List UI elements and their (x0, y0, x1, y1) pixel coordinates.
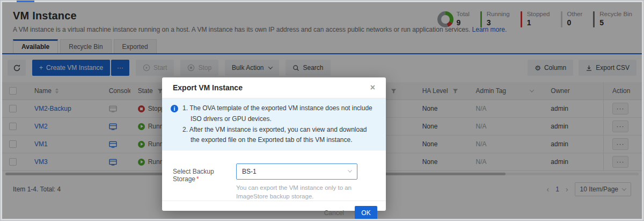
modal-info-box: i 1. The OVA template of the exported VM… (162, 98, 386, 151)
backup-storage-select[interactable]: BS-1 (236, 163, 357, 180)
top-accent-bar (17, 1, 34, 2)
chevron-down-icon (348, 168, 352, 173)
modal-form: Select Backup Storage* BS-1 You can expo… (162, 151, 386, 201)
export-vm-modal: Export VM Instance × i 1. The OVA templa… (162, 77, 386, 211)
backup-storage-field: BS-1 You can export the VM instance only… (236, 163, 357, 201)
app-viewport: VM Instance A VM instance is a virtual m… (2, 2, 642, 219)
backup-storage-help: You can export the VM instance only to a… (236, 183, 357, 201)
ok-button[interactable]: OK (355, 206, 377, 219)
modal-footer: Cancel OK (162, 201, 386, 219)
backup-storage-value: BS-1 (242, 168, 257, 175)
backup-storage-label: Select Backup Storage* (173, 163, 236, 201)
close-icon[interactable]: × (370, 83, 375, 92)
info-icon: i (171, 105, 178, 112)
backup-storage-label-text: Select Backup Storage (173, 168, 214, 183)
cancel-button[interactable]: Cancel (324, 209, 344, 217)
modal-note: 1. The OVA template of the exported VM i… (182, 103, 376, 125)
required-mark: * (196, 175, 199, 183)
modal-header: Export VM Instance × (162, 77, 386, 98)
modal-notes: 1. The OVA template of the exported VM i… (182, 103, 376, 146)
screenshot-frame: VM Instance A VM instance is a virtual m… (0, 0, 644, 221)
modal-title: Export VM Instance (173, 83, 243, 92)
modal-note: 2. After the VM instance is exported, yo… (182, 125, 376, 146)
